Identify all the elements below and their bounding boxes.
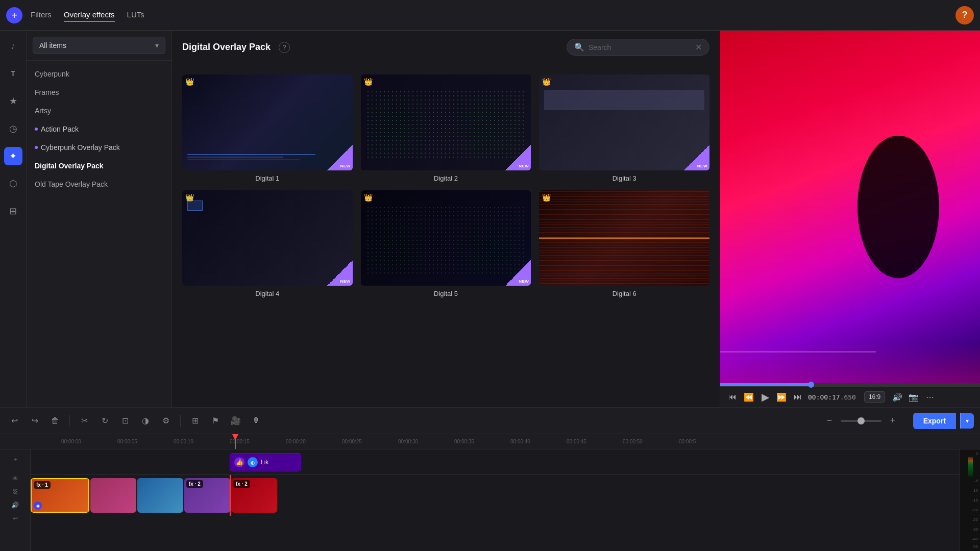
ruler-mark: 00:00:00	[61, 439, 117, 444]
skip-end-button[interactable]: ⏭	[792, 391, 804, 403]
sidebar-clock-icon[interactable]: ◷	[4, 119, 22, 138]
category-label: Digital Overlay Pack	[35, 162, 104, 170]
arrow-icon[interactable]: ↩	[10, 513, 21, 524]
tab-overlay-effects[interactable]: Overlay effects	[64, 8, 115, 22]
zoom-control: − +	[821, 413, 901, 429]
step-back-button[interactable]: ⏪	[743, 391, 755, 403]
content-grid: 👑 NEW Digital 1 👑 NEW Digital 2	[172, 64, 720, 308]
tab-filters[interactable]: Filters	[31, 8, 52, 22]
grid-item-digital2[interactable]: 👑 NEW Digital 2	[361, 74, 531, 182]
content-help-icon[interactable]: ?	[279, 42, 290, 53]
video-clip-2[interactable]	[90, 478, 136, 513]
sidebar-puzzle-icon[interactable]: ⬡	[4, 174, 22, 193]
sidebar-effects-icon[interactable]: ✦	[4, 147, 22, 165]
search-icon: 🔍	[574, 42, 584, 52]
step-forward-button[interactable]: ⏩	[775, 391, 788, 403]
tab-luts[interactable]: LUTs	[127, 8, 144, 22]
volume-icon[interactable]: 🔊	[891, 391, 903, 403]
redo-button[interactable]: ↪	[27, 413, 43, 429]
new-badge: NEW	[505, 145, 531, 170]
camera-button[interactable]: 🎥	[228, 413, 244, 429]
top-bar: + Filters Overlay effects LUTs ?	[0, 0, 980, 31]
adjust-button[interactable]: ⚙	[158, 413, 174, 429]
volume-meter: 0 -5 -10 -15 -20 -25 -30 -40 -50	[960, 449, 980, 551]
grid-item-digital4[interactable]: 👑 NEW Digital 4	[182, 190, 353, 298]
add-track-icon[interactable]: ＋	[10, 454, 21, 465]
category-old-tape[interactable]: Old Tape Overlay Pack	[27, 175, 172, 193]
clip-icon-2: ◐	[248, 457, 258, 467]
volume-icon[interactable]: 🔊	[10, 499, 21, 511]
content-header: Digital Overlay Pack ? 🔍 ✕	[172, 31, 720, 64]
sidebar-grid-icon[interactable]: ⊞	[4, 202, 22, 220]
toolbar-separator-2	[180, 415, 181, 427]
time-display: 00:00:17.650	[808, 393, 856, 401]
more-options-icon[interactable]: ⋯	[924, 391, 936, 403]
search-input[interactable]	[589, 43, 691, 52]
sidebar-sticker-icon[interactable]: ★	[4, 92, 22, 110]
rotate-button[interactable]: ↻	[96, 413, 113, 429]
category-action-pack[interactable]: Action Pack	[27, 120, 172, 138]
insert-button[interactable]: ⊞	[187, 413, 203, 429]
all-items-dropdown[interactable]: All items ▾	[33, 37, 165, 54]
clip-icon: 👍	[234, 457, 244, 467]
zoom-slider[interactable]	[841, 420, 881, 422]
grid-item-digital6[interactable]: 👑 Digital 6	[539, 190, 709, 298]
video-clip-1[interactable]: fx · 1 ◉	[31, 478, 89, 513]
category-artsy[interactable]: Artsy	[27, 102, 172, 120]
play-button[interactable]: ▶	[759, 391, 771, 403]
resolution-button[interactable]: 16:9	[864, 391, 885, 403]
category-label: Cyberpunk	[35, 70, 69, 78]
icon-sidebar: ♪ T ★ ◷ ✦ ⬡ ⊞	[0, 31, 27, 407]
toolbar-separator-1	[69, 415, 70, 427]
undo-button[interactable]: ↩	[6, 413, 22, 429]
crop-button[interactable]: ⊡	[117, 413, 133, 429]
overlay-clip-like[interactable]: 👍 ◐ Lik	[230, 453, 301, 471]
zoom-out-button[interactable]: −	[821, 413, 838, 429]
sidebar-text-icon[interactable]: T	[4, 64, 22, 83]
video-progress-bar[interactable]	[720, 383, 980, 386]
export-button[interactable]: Export	[913, 413, 956, 429]
vol-label-15: -15	[962, 498, 978, 503]
add-button[interactable]: +	[6, 7, 22, 23]
grid-item-digital3[interactable]: 👑 NEW Digital 3	[539, 74, 709, 182]
eye-icon[interactable]: 👁	[10, 473, 21, 484]
grid-item-digital5[interactable]: 👑 NEW Digital 5	[361, 190, 531, 298]
crown-icon: 👑	[364, 78, 373, 86]
close-icon[interactable]: ✕	[695, 42, 702, 52]
video-track: fx · 1 ◉ fx · 2	[31, 475, 960, 516]
category-label: Artsy	[35, 107, 51, 115]
sidebar-media-icon[interactable]: ♪	[4, 37, 22, 55]
vol-label-0: 0	[962, 452, 978, 456]
ruler-marks: 00:00:00 00:00:05 00:00:10 00:00:15 00:0…	[61, 439, 980, 444]
category-cyberpunk-overlay[interactable]: Cyberpunk Overlay Pack	[27, 138, 172, 157]
video-clip-5[interactable]: fx · 2	[231, 478, 277, 513]
grid-item-digital1[interactable]: 👑 NEW Digital 1	[182, 74, 353, 182]
category-cyberpunk[interactable]: Cyberpunk	[27, 65, 172, 83]
thumb-digital4: 👑 NEW	[182, 190, 353, 286]
cut-button[interactable]: ✂	[76, 413, 92, 429]
screenshot-icon[interactable]: 📷	[908, 391, 920, 403]
ruler-mark: 00:00:10	[174, 439, 230, 444]
grid-item-label: Digital 2	[434, 174, 458, 182]
flag-button[interactable]: ⚑	[207, 413, 224, 429]
delete-button[interactable]: 🗑	[47, 413, 63, 429]
thumb-dots	[366, 206, 526, 276]
bottom-toolbar: ↩ ↪ 🗑 ✂ ↻ ⊡ ◑ ⚙ ⊞ ⚑ 🎥 🎙 − + Export ▾	[0, 407, 980, 434]
clip-label: Lik	[261, 459, 268, 466]
zoom-in-button[interactable]: +	[885, 413, 901, 429]
color-button[interactable]: ◑	[137, 413, 154, 429]
vol-label-50: -50	[962, 544, 978, 549]
export-dropdown-button[interactable]: ▾	[960, 413, 974, 429]
video-clip-3[interactable]	[137, 478, 183, 513]
mic-button[interactable]: 🎙	[248, 413, 264, 429]
zoom-slider-thumb[interactable]	[857, 417, 865, 424]
ruler-mark: 00:00:30	[398, 439, 454, 444]
video-clip-4[interactable]: fx · 2	[184, 478, 230, 513]
category-digital-overlay[interactable]: Digital Overlay Pack	[27, 157, 172, 175]
ruler-mark: 00:00:40	[510, 439, 567, 444]
skip-start-button[interactable]: ⏮	[726, 391, 739, 403]
link-icon[interactable]: ⛓	[10, 486, 21, 497]
help-button[interactable]: ?	[955, 6, 974, 24]
category-frames[interactable]: Frames	[27, 83, 172, 102]
grid-item-label: Digital 3	[612, 174, 636, 182]
